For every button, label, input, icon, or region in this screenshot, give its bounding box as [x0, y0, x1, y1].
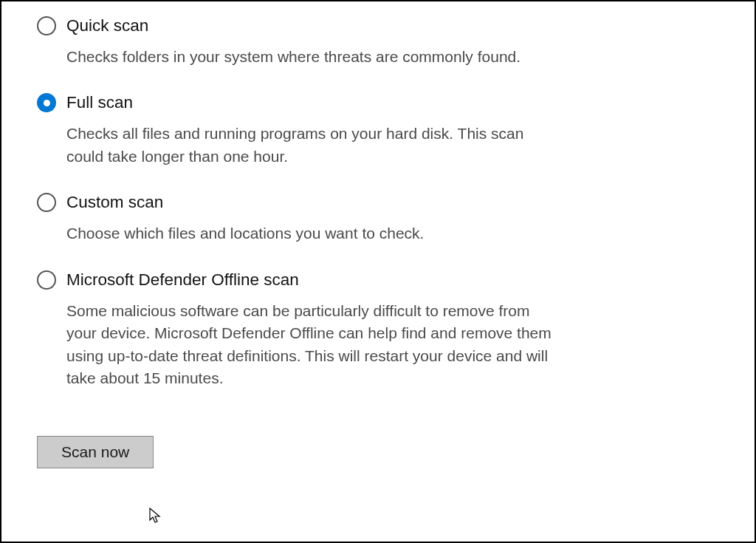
option-header: Quick scan: [37, 16, 719, 35]
option-title-custom: Custom scan: [66, 193, 163, 212]
option-title-full: Full scan: [66, 93, 133, 112]
option-description-custom: Choose which files and locations you wan…: [66, 222, 554, 245]
option-title-offline: Microsoft Defender Offline scan: [66, 270, 299, 290]
radio-full-scan[interactable]: [37, 93, 56, 112]
option-header: Custom scan: [37, 193, 719, 212]
scan-option-offline: Microsoft Defender Offline scan Some mal…: [37, 270, 719, 390]
radio-custom-scan[interactable]: [37, 193, 56, 212]
scan-option-full: Full scan Checks all files and running p…: [37, 93, 719, 168]
cursor-icon: [149, 508, 164, 525]
scan-option-custom: Custom scan Choose which files and locat…: [37, 193, 719, 245]
option-header: Full scan: [37, 93, 719, 112]
scan-now-button[interactable]: Scan now: [37, 436, 154, 468]
radio-offline-scan[interactable]: [37, 270, 56, 290]
option-header: Microsoft Defender Offline scan: [37, 270, 719, 290]
option-title-quick: Quick scan: [66, 16, 148, 35]
option-description-full: Checks all files and running programs on…: [66, 123, 554, 168]
radio-quick-scan[interactable]: [37, 16, 56, 35]
scan-option-quick: Quick scan Checks folders in your system…: [37, 16, 719, 68]
option-description-quick: Checks folders in your system where thre…: [66, 46, 554, 68]
option-description-offline: Some malicious software can be particula…: [66, 300, 554, 390]
